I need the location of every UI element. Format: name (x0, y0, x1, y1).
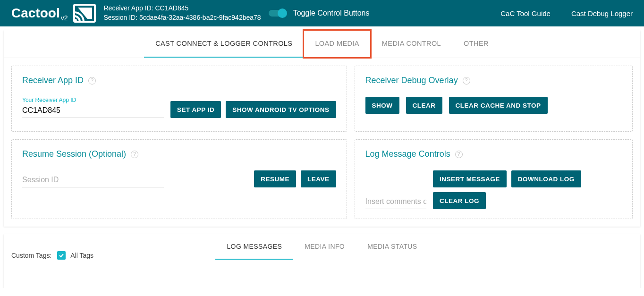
receiver-app-id-label: Receiver App ID: CC1AD845 (103, 4, 261, 13)
card-title-log-controls: Log Message Controls (365, 149, 450, 159)
session-id-label: Session ID: 5cdae4fa-32aa-4386-ba2c-9fac… (103, 13, 261, 23)
tab-other[interactable]: OTHER (452, 30, 500, 58)
clear-cache-stop-button[interactable]: CLEAR CACHE AND STOP (449, 97, 548, 114)
app-header: Cactoolv2 Receiver App ID: CC1AD845 Sess… (0, 0, 644, 26)
log-panel: LOG MESSAGES MEDIA INFO MEDIA STATUS Cus… (4, 234, 640, 288)
input-log-comment[interactable] (365, 195, 426, 209)
field-label-app-id: Your Receiver App ID (22, 97, 164, 103)
show-android-tv-options-button[interactable]: SHOW ANDROID TV OPTIONS (226, 101, 336, 118)
resume-button[interactable]: RESUME (254, 170, 296, 187)
help-icon[interactable]: ? (455, 151, 463, 158)
tab-media-control[interactable]: MEDIA CONTROL (371, 30, 452, 58)
toggle-label: Toggle Control Buttons (293, 9, 370, 17)
clear-overlay-button[interactable]: CLEAR (406, 97, 442, 114)
card-receiver-debug-overlay: Receiver Debug Overlay ? SHOW CLEAR CLEA… (355, 66, 633, 132)
all-tags-label: All Tags (70, 252, 93, 259)
clear-log-button[interactable]: CLEAR LOG (433, 192, 486, 209)
all-tags-checkbox[interactable] (57, 251, 66, 260)
tab-log-messages[interactable]: LOG MESSAGES (215, 234, 293, 260)
download-log-button[interactable]: DOWNLOAD LOG (511, 170, 581, 187)
main-panel: CAST CONNECT & LOGGER CONTROLS LOAD MEDI… (4, 30, 640, 227)
card-title-receiver-app-id: Receiver App ID (22, 76, 84, 85)
main-tabs: CAST CONNECT & LOGGER CONTROLS LOAD MEDI… (4, 30, 640, 58)
link-cac-tool-guide[interactable]: CaC Tool Guide (500, 9, 551, 17)
tab-media-status[interactable]: MEDIA STATUS (356, 234, 428, 260)
card-title-debug-overlay: Receiver Debug Overlay (365, 76, 458, 85)
card-receiver-app-id: Receiver App ID ? Your Receiver App ID S… (11, 66, 347, 132)
card-title-resume-session: Resume Session (Optional) (22, 149, 126, 159)
svg-point-1 (75, 19, 77, 22)
show-overlay-button[interactable]: SHOW (365, 97, 399, 114)
input-session-id[interactable] (22, 174, 164, 187)
card-resume-session: Resume Session (Optional) ? RESUME LEAVE (11, 139, 347, 219)
header-ids: Receiver App ID: CC1AD845 Session ID: 5c… (103, 4, 261, 22)
toggle-control-buttons[interactable] (269, 10, 286, 17)
brand-name: Cactool (11, 6, 60, 20)
toggle-thumb (278, 8, 287, 18)
brand-sub: v2 (61, 14, 68, 22)
tab-media-info[interactable]: MEDIA INFO (293, 234, 356, 260)
card-log-message-controls: Log Message Controls ? INSERT MESSAGE DO… (355, 139, 633, 219)
leave-button[interactable]: LEAVE (301, 170, 336, 187)
brand: Cactoolv2 (11, 4, 96, 23)
set-app-id-button[interactable]: SET APP ID (170, 101, 221, 118)
link-cast-debug-logger[interactable]: Cast Debug Logger (571, 9, 633, 17)
input-receiver-app-id[interactable] (22, 104, 164, 118)
tab-cast-connect[interactable]: CAST CONNECT & LOGGER CONTROLS (144, 30, 304, 58)
help-icon[interactable]: ? (463, 77, 470, 85)
help-icon[interactable]: ? (88, 77, 96, 85)
log-tabs: LOG MESSAGES MEDIA INFO MEDIA STATUS (4, 234, 640, 260)
custom-tags-label: Custom Tags: (11, 252, 51, 259)
cast-icon (73, 4, 96, 23)
tab-load-media[interactable]: LOAD MEDIA (304, 30, 370, 58)
help-icon[interactable]: ? (131, 151, 138, 158)
insert-message-button[interactable]: INSERT MESSAGE (433, 170, 507, 187)
